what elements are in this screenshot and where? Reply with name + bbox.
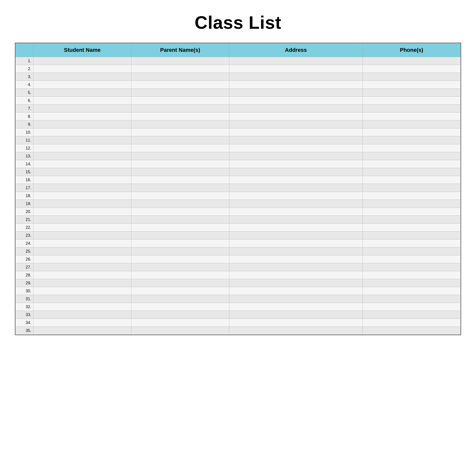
cell-phones[interactable] — [363, 192, 461, 200]
cell-phones[interactable] — [363, 319, 461, 327]
cell-student-name[interactable] — [33, 136, 131, 144]
cell-student-name[interactable] — [33, 224, 131, 232]
cell-student-name[interactable] — [33, 311, 131, 319]
cell-address[interactable] — [229, 287, 363, 295]
cell-student-name[interactable] — [33, 120, 131, 128]
cell-phones[interactable] — [363, 160, 461, 168]
cell-address[interactable] — [229, 239, 363, 247]
cell-student-name[interactable] — [33, 168, 131, 176]
cell-parent-names[interactable] — [131, 192, 229, 200]
cell-phones[interactable] — [363, 120, 461, 128]
cell-parent-names[interactable] — [131, 105, 229, 113]
cell-address[interactable] — [229, 184, 363, 192]
cell-address[interactable] — [229, 319, 363, 327]
cell-address[interactable] — [229, 168, 363, 176]
cell-student-name[interactable] — [33, 247, 131, 255]
cell-address[interactable] — [229, 57, 363, 65]
cell-address[interactable] — [229, 144, 363, 152]
cell-phones[interactable] — [363, 279, 461, 287]
cell-phones[interactable] — [363, 239, 461, 247]
cell-parent-names[interactable] — [131, 168, 229, 176]
cell-address[interactable] — [229, 303, 363, 311]
cell-student-name[interactable] — [33, 327, 131, 335]
cell-parent-names[interactable] — [131, 279, 229, 287]
cell-address[interactable] — [229, 263, 363, 271]
cell-phones[interactable] — [363, 81, 461, 89]
cell-parent-names[interactable] — [131, 73, 229, 81]
cell-student-name[interactable] — [33, 73, 131, 81]
cell-address[interactable] — [229, 232, 363, 239]
cell-student-name[interactable] — [33, 287, 131, 295]
cell-student-name[interactable] — [33, 295, 131, 303]
cell-phones[interactable] — [363, 216, 461, 224]
cell-phones[interactable] — [363, 232, 461, 239]
cell-address[interactable] — [229, 224, 363, 232]
cell-student-name[interactable] — [33, 279, 131, 287]
cell-parent-names[interactable] — [131, 224, 229, 232]
cell-address[interactable] — [229, 327, 363, 335]
cell-phones[interactable] — [363, 168, 461, 176]
cell-student-name[interactable] — [33, 113, 131, 120]
cell-parent-names[interactable] — [131, 239, 229, 247]
cell-student-name[interactable] — [33, 81, 131, 89]
cell-address[interactable] — [229, 200, 363, 208]
cell-address[interactable] — [229, 255, 363, 263]
cell-address[interactable] — [229, 279, 363, 287]
cell-address[interactable] — [229, 128, 363, 136]
cell-parent-names[interactable] — [131, 263, 229, 271]
cell-address[interactable] — [229, 216, 363, 224]
cell-parent-names[interactable] — [131, 287, 229, 295]
cell-phones[interactable] — [363, 271, 461, 279]
cell-address[interactable] — [229, 192, 363, 200]
cell-student-name[interactable] — [33, 208, 131, 216]
cell-parent-names[interactable] — [131, 65, 229, 73]
cell-phones[interactable] — [363, 105, 461, 113]
cell-phones[interactable] — [363, 65, 461, 73]
cell-phones[interactable] — [363, 303, 461, 311]
cell-phones[interactable] — [363, 295, 461, 303]
cell-phones[interactable] — [363, 128, 461, 136]
cell-phones[interactable] — [363, 184, 461, 192]
cell-student-name[interactable] — [33, 255, 131, 263]
cell-address[interactable] — [229, 73, 363, 81]
cell-phones[interactable] — [363, 97, 461, 105]
cell-parent-names[interactable] — [131, 113, 229, 120]
cell-phones[interactable] — [363, 176, 461, 184]
cell-parent-names[interactable] — [131, 247, 229, 255]
cell-parent-names[interactable] — [131, 255, 229, 263]
cell-phones[interactable] — [363, 208, 461, 216]
cell-parent-names[interactable] — [131, 57, 229, 65]
cell-phones[interactable] — [363, 57, 461, 65]
cell-phones[interactable] — [363, 311, 461, 319]
cell-phones[interactable] — [363, 152, 461, 160]
cell-student-name[interactable] — [33, 105, 131, 113]
cell-parent-names[interactable] — [131, 271, 229, 279]
cell-student-name[interactable] — [33, 89, 131, 97]
cell-student-name[interactable] — [33, 184, 131, 192]
cell-address[interactable] — [229, 271, 363, 279]
cell-parent-names[interactable] — [131, 81, 229, 89]
cell-student-name[interactable] — [33, 57, 131, 65]
cell-student-name[interactable] — [33, 232, 131, 239]
cell-phones[interactable] — [363, 144, 461, 152]
cell-parent-names[interactable] — [131, 295, 229, 303]
cell-address[interactable] — [229, 65, 363, 73]
cell-phones[interactable] — [363, 287, 461, 295]
cell-phones[interactable] — [363, 136, 461, 144]
cell-student-name[interactable] — [33, 160, 131, 168]
cell-address[interactable] — [229, 105, 363, 113]
cell-student-name[interactable] — [33, 200, 131, 208]
cell-parent-names[interactable] — [131, 208, 229, 216]
cell-parent-names[interactable] — [131, 303, 229, 311]
cell-student-name[interactable] — [33, 239, 131, 247]
cell-phones[interactable] — [363, 73, 461, 81]
cell-address[interactable] — [229, 160, 363, 168]
cell-address[interactable] — [229, 176, 363, 184]
cell-parent-names[interactable] — [131, 120, 229, 128]
cell-phones[interactable] — [363, 113, 461, 120]
cell-student-name[interactable] — [33, 152, 131, 160]
cell-address[interactable] — [229, 247, 363, 255]
cell-student-name[interactable] — [33, 263, 131, 271]
cell-parent-names[interactable] — [131, 184, 229, 192]
cell-address[interactable] — [229, 136, 363, 144]
